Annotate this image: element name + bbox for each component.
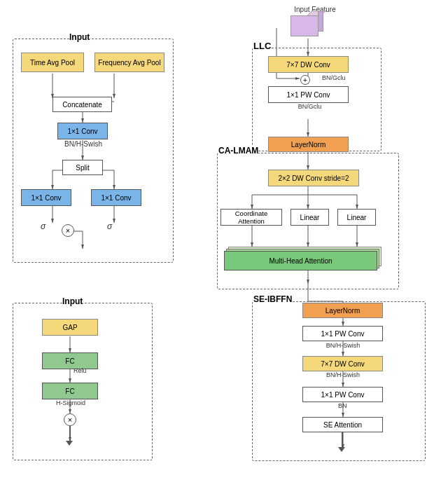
- bn-gclu-label-2: BN/Gclu: [284, 103, 336, 110]
- dw-conv-7x7-box: 7×7 DW Conv: [268, 56, 349, 73]
- pw-conv-1-se-box: 1×1 PW Conv: [302, 326, 383, 341]
- bottom-left-panel-label: Input: [62, 296, 83, 306]
- bn-h-swish-se-1: BN/H-Swish: [312, 342, 374, 349]
- gap-box: GAP: [42, 319, 98, 336]
- top-left-panel-label: Input: [69, 32, 90, 42]
- arrow-down-bottom: [69, 426, 71, 441]
- bn-h-swish-se-2: BN/H·Swish: [315, 371, 371, 378]
- conv1x1-right-box: 1×1 Conv: [91, 189, 141, 206]
- split-box: Split: [62, 160, 103, 175]
- coord-attention-box: Coordinate Attention: [220, 209, 282, 226]
- input-feature-cube: [290, 15, 318, 36]
- plus-circle-llc: +: [300, 75, 310, 85]
- freq-avg-pool-box: Frequency Avg Pool: [94, 53, 164, 72]
- dw-conv-7x7-se-box: 7×7 DW Conv: [302, 356, 383, 371]
- ca-lmam-label: CA-LMAM: [218, 146, 258, 156]
- linear-1-box: Linear: [290, 209, 329, 226]
- llc-label: LLC: [253, 41, 271, 51]
- bn-h-swish-label: BN/H-Swish: [59, 140, 107, 148]
- sigma-right: σ: [107, 221, 112, 231]
- concatenate-box: Concatenate: [52, 97, 112, 112]
- multiply-circle-bottom: ×: [64, 413, 76, 426]
- multiply-circle-left: ×: [62, 224, 74, 237]
- layer-norm-2-box: LayerNorm: [302, 303, 383, 318]
- bn-label: BN: [338, 402, 347, 409]
- sigma-left: σ: [41, 221, 46, 231]
- arrowhead-bottom: [66, 441, 73, 446]
- top-left-panel: Input: [13, 39, 174, 263]
- dw-conv-2x2-box: 2×2 DW Conv stride=2: [268, 170, 359, 186]
- multi-head-attention-box: Multi-Head Attention: [224, 247, 382, 271]
- conv1x1-box: 1×1 Conv: [57, 123, 108, 139]
- se-ibffn-label: SE-IBFFN: [253, 294, 292, 304]
- pw-conv-2-se-box: 1×1 PW Conv: [302, 387, 383, 402]
- fc1-box: FC: [42, 352, 98, 369]
- bn-gclu-label-1: BN/Gclu: [322, 74, 346, 81]
- time-avg-pool-box: Time Avg Pool: [21, 53, 84, 72]
- relu-label: Relu: [74, 367, 87, 374]
- se-attention-box: SE Attention: [302, 417, 383, 432]
- pw-conv-1x1-box: 1×1 PW Conv: [268, 86, 349, 103]
- layer-norm-1-box: LayerNorm: [268, 137, 349, 152]
- final-arrow-line: [342, 432, 343, 448]
- final-arrowhead: [338, 447, 345, 452]
- diagram-container: Input Time Avg Pool Frequency Avg Pool C…: [0, 0, 448, 480]
- fc2-box: FC: [42, 383, 98, 399]
- conv1x1-left-box: 1×1 Conv: [21, 189, 71, 206]
- h-sigmoid-label: H-Sigmoid: [43, 399, 98, 406]
- linear-2-box: Linear: [337, 209, 376, 226]
